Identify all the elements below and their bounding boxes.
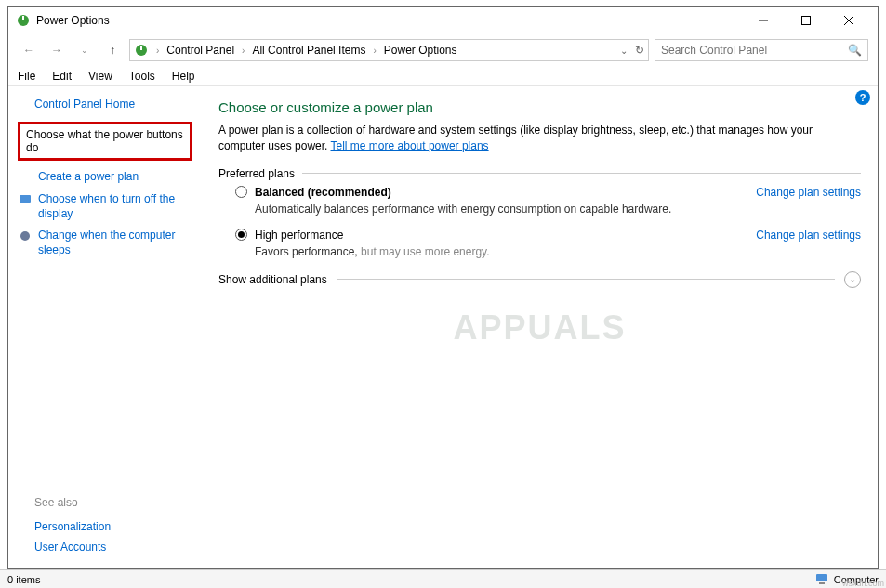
menu-help[interactable]: Help (172, 70, 195, 83)
status-bar: 0 items Computer (0, 569, 886, 588)
see-also-link[interactable]: Personalization (18, 516, 192, 537)
show-more-label: Show additional plans (218, 273, 327, 286)
svg-point-9 (20, 231, 30, 241)
change-plan-link[interactable]: Change plan settings (756, 186, 861, 199)
sidebar-home-link[interactable]: Control Panel Home (18, 98, 192, 111)
svg-rect-10 (816, 574, 827, 581)
show-additional-plans[interactable]: Show additional plans ⌄ (218, 271, 861, 288)
search-input[interactable] (661, 44, 848, 57)
navigation-bar: ← → ⌄ ↑ › Control Panel › All Control Pa… (8, 34, 878, 66)
up-button[interactable]: ↑ (101, 39, 124, 61)
plan-balanced: Balanced (recommended) Change plan setti… (235, 186, 861, 216)
chevron-right-icon[interactable]: › (240, 46, 246, 56)
see-also-link[interactable]: User Accounts (18, 537, 192, 557)
chevron-right-icon[interactable]: › (154, 46, 161, 56)
close-button[interactable] (827, 7, 870, 33)
address-bar[interactable]: › Control Panel › All Control Panel Item… (129, 39, 649, 61)
divider (337, 279, 835, 280)
sidebar-link[interactable]: Create a power plan (38, 170, 139, 185)
power-options-icon (134, 43, 149, 58)
status-item-count: 0 items (7, 574, 40, 585)
titlebar: Power Options (8, 7, 878, 34)
menu-view[interactable]: View (88, 70, 112, 83)
chevron-right-icon[interactable]: › (371, 46, 377, 56)
preferred-plans-label: Preferred plans (218, 167, 861, 180)
menu-file[interactable]: File (18, 70, 35, 83)
forward-button[interactable]: → (46, 39, 68, 61)
content-area: ? Control Panel Home Choose what the pow… (8, 86, 878, 568)
window-title: Power Options (36, 14, 742, 27)
plan-high-performance: High performance Change plan settings Fa… (235, 229, 861, 258)
svg-rect-3 (802, 16, 811, 24)
svg-rect-7 (140, 46, 142, 50)
menu-tools[interactable]: Tools (129, 70, 155, 83)
see-also-section: See also Personalization User Accounts (18, 477, 192, 557)
display-icon (18, 192, 33, 207)
back-button[interactable]: ← (18, 39, 40, 61)
search-box[interactable]: 🔍 (655, 39, 868, 61)
svg-rect-1 (22, 16, 24, 20)
radio-button[interactable] (235, 229, 247, 241)
divider (302, 173, 861, 174)
breadcrumb-item[interactable]: Power Options (380, 44, 461, 57)
refresh-button[interactable]: ↻ (635, 44, 644, 57)
dropdown-icon[interactable]: ⌄ (620, 46, 628, 56)
sidebar-link[interactable]: Choose when to turn off the display (38, 192, 192, 221)
sidebar-link[interactable]: Change when the computer sleeps (38, 229, 192, 257)
radio-button[interactable] (235, 186, 247, 198)
plan-description: Automatically balances performance with … (255, 203, 861, 216)
breadcrumb-item[interactable]: Control Panel (163, 44, 238, 57)
svg-rect-8 (20, 195, 31, 203)
breadcrumb-item[interactable]: All Control Panel Items (248, 44, 369, 57)
recent-dropdown[interactable]: ⌄ (73, 39, 96, 61)
page-description: A power plan is a collection of hardware… (218, 123, 861, 154)
sleep-icon (18, 229, 33, 243)
sidebar-link[interactable]: Choose what the power buttons do (26, 128, 183, 154)
search-icon[interactable]: 🔍 (848, 44, 862, 57)
change-plan-link[interactable]: Change plan settings (756, 229, 861, 242)
power-options-icon (16, 13, 31, 28)
window-controls (742, 7, 870, 33)
svg-rect-11 (819, 582, 825, 584)
learn-more-link[interactable]: Tell me more about power plans (331, 139, 489, 152)
chevron-down-icon[interactable]: ⌄ (844, 271, 861, 288)
plan-description: Favors performance, but may use more ene… (255, 245, 861, 258)
sidebar-item[interactable]: Create a power plan (18, 166, 192, 189)
sidebar-item[interactable]: Change when the computer sleeps (18, 225, 192, 261)
window: Power Options ← → ⌄ ↑ › Control Panel › … (7, 6, 879, 569)
sidebar: Control Panel Home Choose what the power… (8, 86, 202, 568)
watermark: APPUALS (453, 308, 626, 347)
plan-icon (18, 170, 33, 185)
menu-bar: File Edit View Tools Help (8, 66, 878, 86)
minimize-button[interactable] (742, 7, 785, 33)
plan-name[interactable]: High performance (255, 229, 343, 242)
sidebar-item-highlighted[interactable]: Choose what the power buttons do (18, 122, 192, 161)
attribution: wsxdn.com (842, 579, 884, 588)
main-panel: Choose or customize a power plan A power… (202, 86, 878, 568)
computer-icon (815, 573, 828, 586)
menu-edit[interactable]: Edit (52, 70, 72, 83)
see-also-header: See also (18, 496, 192, 509)
page-heading: Choose or customize a power plan (218, 99, 861, 115)
maximize-button[interactable] (785, 7, 827, 33)
sidebar-item[interactable]: Choose when to turn off the display (18, 189, 192, 225)
plan-name[interactable]: Balanced (recommended) (255, 186, 391, 199)
